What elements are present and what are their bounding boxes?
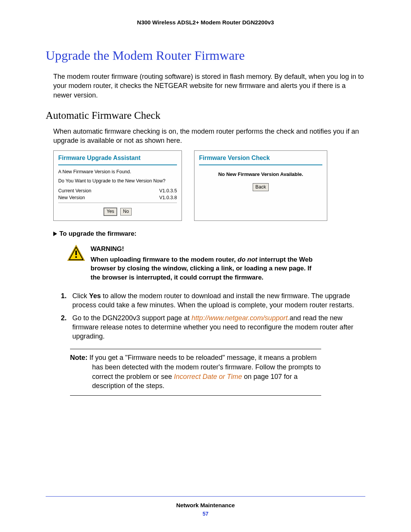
note-label: Note: — [70, 354, 88, 361]
page-footer: Network Maintenance 57 — [46, 496, 365, 517]
firmware-upgrade-assistant-panel: Firmware Upgrade Assistant A New Firmwar… — [53, 150, 182, 221]
no-button[interactable]: No — [120, 208, 131, 216]
warning-label: WARNING! — [91, 244, 320, 253]
step-1: 1. Click Yes to allow the modem router t… — [61, 292, 365, 310]
new-version-value: V1.0.3.8 — [159, 195, 177, 200]
back-button[interactable]: Back — [253, 183, 269, 191]
yes-button[interactable]: Yes — [104, 208, 117, 216]
current-version-label: Current Version — [58, 188, 91, 193]
warning-block: WARNING! When uploading firmware to the … — [67, 244, 365, 282]
no-new-firmware-message: No New Firmware Version Available. — [199, 171, 322, 177]
heading-auto-check: Automatic Firmware Check — [46, 110, 365, 121]
new-version-label: New Version — [58, 195, 85, 200]
auto-check-paragraph: When automatic firmware checking is on, … — [46, 127, 365, 145]
screenshot-panels-row: Firmware Upgrade Assistant A New Firmwar… — [53, 150, 365, 221]
step-2: 2. Go to the DGN2200v3 support page at h… — [61, 314, 365, 341]
support-link[interactable]: http://www.netgear.com/support. — [191, 314, 289, 322]
document-page: N300 Wireless ADSL2+ Modem Router DGN220… — [0, 0, 411, 532]
new-version-row: New Version V1.0.3.8 — [58, 195, 177, 200]
intro-paragraph: The modem router firmware (routing softw… — [46, 72, 365, 100]
svg-rect-2 — [75, 251, 77, 255]
current-version-value: V1.0.3.5 — [159, 188, 177, 193]
heading-upgrade-firmware: Upgrade the Modem Router Firmware — [46, 48, 365, 63]
firmware-version-check-panel: Firmware Version Check No New Firmware V… — [194, 150, 327, 221]
procedure-label: To upgrade the firmware: — [59, 230, 137, 237]
new-firmware-found-message: A New Firmware Version is Found. — [58, 169, 177, 174]
warning-text: WARNING! When uploading firmware to the … — [91, 244, 320, 282]
warning-body: When uploading firmware to the modem rou… — [91, 256, 312, 281]
procedure-heading: To upgrade the firmware: — [46, 230, 365, 238]
incorrect-date-time-link[interactable]: Incorrect Date or Time — [174, 373, 242, 380]
divider — [58, 203, 177, 203]
svg-rect-3 — [75, 256, 77, 258]
step-body: Go to the DGN2200v3 support page at http… — [72, 314, 365, 341]
panel-title: Firmware Version Check — [199, 154, 322, 165]
step-number: 1. — [61, 292, 69, 310]
upgrade-now-question: Do You Want to Upgrade to the New Versio… — [58, 178, 177, 184]
yes-no-button-row: Yes No — [58, 208, 177, 216]
panel-title: Firmware Upgrade Assistant — [58, 154, 177, 165]
step-list: 1. Click Yes to allow the modem router t… — [61, 292, 365, 341]
warning-icon — [67, 244, 85, 263]
current-version-row: Current Version V1.0.3.5 — [58, 188, 177, 193]
doc-header: N300 Wireless ADSL2+ Modem Router DGN220… — [46, 19, 365, 26]
page-number: 57 — [46, 511, 365, 517]
triangle-right-icon — [53, 232, 57, 236]
step-body: Click Yes to allow the modem router to d… — [72, 292, 365, 310]
footer-section-title: Network Maintenance — [46, 502, 365, 508]
step-number: 2. — [61, 314, 69, 341]
note-block: Note: If you get a "Firmware needs to be… — [70, 349, 321, 396]
